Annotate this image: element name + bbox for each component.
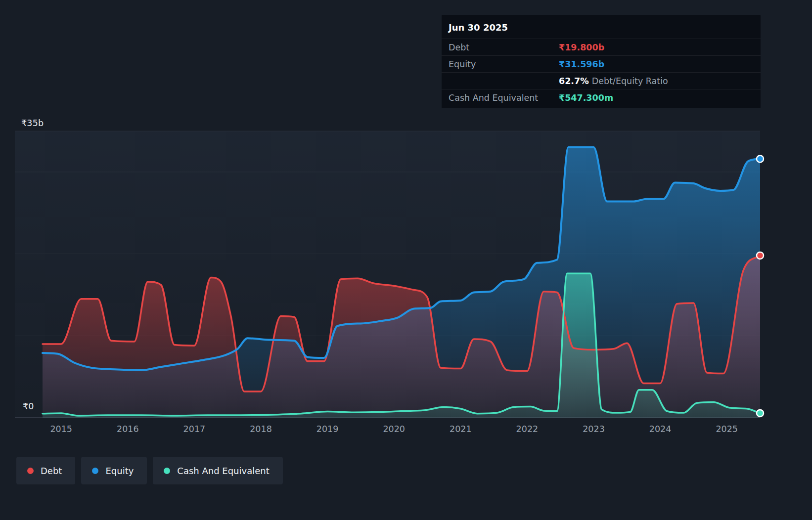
- tooltip-row-cash: Cash And Equivalent ₹547.300m: [442, 89, 761, 106]
- x-axis-label-2023: 2023: [583, 424, 605, 434]
- legend-item-equity[interactable]: Equity: [81, 457, 147, 484]
- tooltip-row-equity: Equity ₹31.596b: [442, 55, 761, 72]
- tooltip-equity-label: Equity: [449, 59, 559, 69]
- tooltip: Jun 30 2025 Debt ₹19.800b Equity ₹31.596…: [442, 15, 761, 108]
- legend: Debt Equity Cash And Equivalent: [16, 457, 283, 484]
- legend-item-cash[interactable]: Cash And Equivalent: [153, 457, 282, 484]
- tooltip-debt-label: Debt: [449, 43, 559, 52]
- y-axis-label-top: ₹35b: [21, 118, 44, 128]
- legend-cash-label: Cash And Equivalent: [177, 466, 269, 476]
- ratio-percent: 62.7%: [559, 76, 589, 86]
- x-axis: 2015201620172018201920202021202220232024…: [0, 424, 812, 437]
- tooltip-equity-value: ₹31.596b: [559, 59, 604, 69]
- x-axis-label-2016: 2016: [117, 424, 139, 434]
- equity-dot-icon: [92, 468, 98, 474]
- x-axis-label-2024: 2024: [649, 424, 672, 434]
- end-marker-equity: [757, 155, 764, 162]
- legend-debt-label: Debt: [41, 466, 62, 476]
- x-axis-label-2015: 2015: [50, 424, 72, 434]
- y-axis-label-zero: ₹0: [23, 401, 34, 411]
- tooltip-date: Jun 30 2025: [442, 15, 761, 39]
- x-axis-label-2022: 2022: [516, 424, 539, 434]
- tooltip-debt-value: ₹19.800b: [559, 43, 604, 52]
- end-marker-debt: [757, 252, 764, 259]
- debt-dot-icon: [27, 468, 34, 474]
- x-axis-label-2018: 2018: [250, 424, 272, 434]
- ratio-caption: Debt/Equity Ratio: [592, 76, 668, 86]
- cash-dot-icon: [164, 468, 170, 474]
- end-marker-cash: [757, 410, 764, 417]
- tooltip-ratio-value: 62.7% Debt/Equity Ratio: [559, 76, 668, 86]
- x-axis-label-2020: 2020: [383, 424, 405, 434]
- x-axis-label-2021: 2021: [450, 424, 472, 434]
- legend-item-debt[interactable]: Debt: [16, 457, 75, 484]
- x-axis-label-2017: 2017: [183, 424, 206, 434]
- debt-equity-history-page: { "colors": { "background": "#171d26", "…: [0, 0, 812, 520]
- tooltip-row-ratio: 62.7% Debt/Equity Ratio: [442, 72, 761, 89]
- tooltip-cash-label: Cash And Equivalent: [449, 93, 559, 103]
- tooltip-cash-value: ₹547.300m: [559, 93, 613, 103]
- x-axis-label-2019: 2019: [316, 424, 339, 434]
- x-axis-label-2025: 2025: [716, 424, 738, 434]
- legend-equity-label: Equity: [105, 466, 134, 476]
- tooltip-row-debt: Debt ₹19.800b: [442, 39, 761, 55]
